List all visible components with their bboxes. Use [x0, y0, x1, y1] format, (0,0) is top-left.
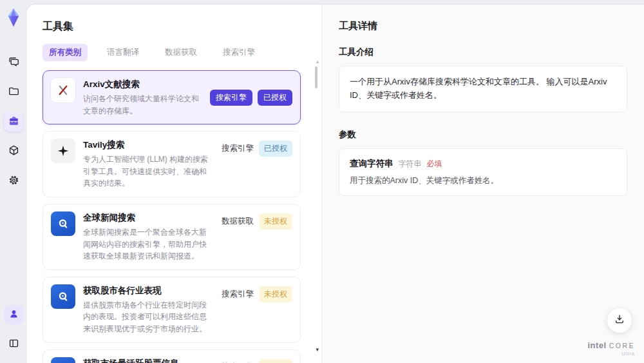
panel-toggle-icon [8, 337, 20, 352]
scrollbar-thumb[interactable] [315, 66, 317, 88]
tool-card-arxiv[interactable]: Arxiv文献搜索 访问各个研究领域大量科学论文和文章的存储库。 搜索引擎 已授… [43, 70, 301, 124]
params-heading: 参数 [339, 129, 627, 141]
param-desc: 用于搜索的Arxiv ID、关键字或作者姓名。 [350, 175, 616, 186]
tab-search-engine[interactable]: 搜索引擎 [216, 44, 261, 61]
sidebar-rail [0, 0, 27, 363]
tool-desc: 专为人工智能代理 (LLM) 构建的搜索引擎工具。可快速提供实时、准确和真实的结… [83, 153, 214, 190]
arxiv-chi-icon [51, 78, 75, 103]
tool-desc: 全球新闻搜索是一个聚合全球各大新闻网站内容的搜索引擎，帮助用户快速获取全球最新资… [83, 226, 214, 262]
download-icon [614, 313, 625, 328]
sidebar-item-settings[interactable] [4, 172, 23, 191]
scroll-up-icon[interactable]: ▴ [316, 59, 319, 64]
core-brand-text: CORE [609, 342, 635, 349]
tool-card-sector-performance[interactable]: 获取股市各行业表现 提供股票市场各个行业在特定时间段内的表现。投资者可以利用这些… [43, 277, 301, 343]
user-icon [8, 308, 20, 322]
sidebar-item-collapse[interactable] [4, 335, 23, 354]
status-badge: 未授权 [259, 213, 292, 230]
sidebar-item-tools[interactable] [4, 112, 23, 132]
news-globe-icon [51, 211, 75, 236]
category-badge: 搜索引擎 [210, 90, 252, 106]
tool-list-panel: 工具集 所有类别 语言翻译 数据获取 搜索引擎 Arxiv文献搜索 访问各个研究… [27, 5, 322, 363]
tool-card-active-stocks[interactable]: 获取市场最活跃股票信息 提供当天交易量最高的股票列表。投资者可以利用这些信息来识… [43, 349, 301, 363]
intel-core-logo: intelCORE Ultra [587, 339, 635, 357]
chat-icon [8, 55, 20, 70]
toolbox-icon [8, 115, 20, 130]
sidebar-item-chat[interactable] [4, 53, 23, 72]
folder-icon [8, 85, 20, 100]
tab-language-translation[interactable]: 语言翻译 [100, 44, 146, 61]
download-button[interactable] [607, 308, 632, 333]
tool-intro-text: 一个用于从Arxiv存储库搜索科学论文和文章的工具。 输入可以是Arxiv ID… [339, 66, 627, 112]
status-badge: 未授权 [259, 286, 292, 302]
sidebar-item-packages[interactable] [4, 142, 23, 161]
tool-card-global-news[interactable]: 全球新闻搜索 全球新闻搜索是一个聚合全球各大新闻网站内容的搜索引擎，帮助用户快速… [43, 204, 301, 270]
gear-icon [8, 174, 20, 189]
tool-title: 获取市场最活跃股票信息 [83, 358, 214, 363]
main-content: 工具集 所有类别 语言翻译 数据获取 搜索引擎 Arxiv文献搜索 访问各个研究… [27, 5, 644, 363]
category-label: 搜索引擎 [222, 286, 254, 302]
tool-title: 全球新闻搜索 [83, 212, 214, 224]
tool-title: Tavily搜索 [83, 139, 214, 151]
status-badge: 未授权 [259, 359, 292, 363]
news-globe-icon [51, 357, 75, 363]
status-badge: 已授权 [259, 141, 292, 157]
tavily-sparkle-icon [51, 139, 75, 163]
tab-all-categories[interactable]: 所有类别 [43, 44, 88, 61]
page-title: 工具集 [43, 20, 307, 34]
scroll-down-icon[interactable]: ▾ [316, 346, 319, 353]
category-label: 数据获取 [222, 213, 254, 230]
news-globe-icon [51, 284, 75, 309]
parameter-card: 查询字符串 字符串 必填 用于搜索的Arxiv ID、关键字或作者姓名。 [339, 148, 627, 196]
app-logo [5, 8, 23, 27]
details-title: 工具详情 [339, 20, 627, 32]
tool-title: Arxiv文献搜索 [83, 79, 202, 90]
tool-card-list: Arxiv文献搜索 访问各个研究领域大量科学论文和文章的存储库。 搜索引擎 已授… [43, 70, 307, 363]
status-badge: 已授权 [258, 90, 292, 106]
param-type: 字符串 [399, 159, 422, 170]
tool-desc: 访问各个研究领域大量科学论文和文章的存储库。 [83, 93, 202, 117]
cube-icon [8, 144, 20, 159]
sidebar-item-profile[interactable] [4, 305, 23, 324]
list-scrollbar[interactable]: ▴ ▾ [314, 60, 319, 359]
intro-heading: 工具介绍 [339, 46, 627, 58]
sidebar-item-files[interactable] [4, 83, 23, 102]
category-label: 搜索引擎 [222, 359, 254, 363]
ultra-brand-text: Ultra [587, 351, 635, 357]
tool-card-tavily[interactable]: Tavily搜索 专为人工智能代理 (LLM) 构建的搜索引擎工具。可快速提供实… [43, 131, 301, 197]
tool-details-panel: 工具详情 工具介绍 一个用于从Arxiv存储库搜索科学论文和文章的工具。 输入可… [322, 5, 644, 363]
param-required-badge: 必填 [427, 159, 442, 170]
tool-desc: 提供股票市场各个行业在特定时间段内的表现。投资者可以利用这些信息来识别表现优于或… [83, 299, 214, 335]
category-tabs: 所有类别 语言翻译 数据获取 搜索引擎 [43, 44, 307, 61]
tab-data-fetch[interactable]: 数据获取 [158, 44, 204, 61]
param-name: 查询字符串 [350, 158, 393, 170]
category-label: 搜索引擎 [222, 141, 254, 157]
tool-title: 获取股市各行业表现 [83, 285, 214, 297]
intel-brand-text: intel [587, 340, 606, 350]
